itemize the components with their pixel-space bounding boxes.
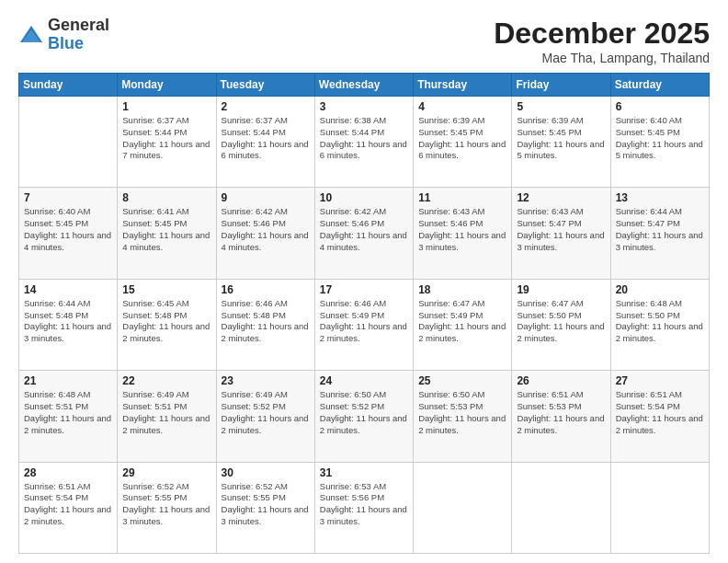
logo-general: General xyxy=(48,17,109,35)
day-number: 6 xyxy=(616,100,704,113)
day-number: 8 xyxy=(122,191,210,204)
day-cell: 9Sunrise: 6:42 AM Sunset: 5:46 PM Daylig… xyxy=(216,188,314,279)
day-cell xyxy=(19,97,118,188)
day-number: 29 xyxy=(122,466,210,479)
day-info: Sunrise: 6:52 AM Sunset: 5:55 PM Dayligh… xyxy=(122,481,210,528)
week-row-1: 1Sunrise: 6:37 AM Sunset: 5:44 PM Daylig… xyxy=(19,97,710,188)
week-row-4: 21Sunrise: 6:48 AM Sunset: 5:51 PM Dayli… xyxy=(19,371,710,462)
day-info: Sunrise: 6:49 AM Sunset: 5:51 PM Dayligh… xyxy=(122,389,210,436)
day-number: 2 xyxy=(222,100,310,113)
logo-icon xyxy=(18,22,44,48)
day-info: Sunrise: 6:37 AM Sunset: 5:44 PM Dayligh… xyxy=(222,115,310,162)
day-number: 12 xyxy=(517,191,605,204)
day-number: 21 xyxy=(24,374,112,387)
logo: General Blue xyxy=(18,17,109,53)
logo-blue: Blue xyxy=(48,35,109,53)
day-cell: 18Sunrise: 6:47 AM Sunset: 5:49 PM Dayli… xyxy=(414,279,512,370)
day-info: Sunrise: 6:42 AM Sunset: 5:46 PM Dayligh… xyxy=(320,206,408,253)
day-cell: 30Sunrise: 6:52 AM Sunset: 5:55 PM Dayli… xyxy=(216,462,314,553)
day-cell: 20Sunrise: 6:48 AM Sunset: 5:50 PM Dayli… xyxy=(610,279,709,370)
logo-text: General Blue xyxy=(48,17,109,53)
day-cell: 17Sunrise: 6:46 AM Sunset: 5:49 PM Dayli… xyxy=(314,279,413,370)
day-cell: 27Sunrise: 6:51 AM Sunset: 5:54 PM Dayli… xyxy=(610,371,709,462)
day-cell: 5Sunrise: 6:39 AM Sunset: 5:45 PM Daylig… xyxy=(512,97,610,188)
week-row-2: 7Sunrise: 6:40 AM Sunset: 5:45 PM Daylig… xyxy=(19,188,710,279)
day-info: Sunrise: 6:51 AM Sunset: 5:54 PM Dayligh… xyxy=(24,481,112,528)
day-info: Sunrise: 6:39 AM Sunset: 5:45 PM Dayligh… xyxy=(418,115,506,162)
day-number: 9 xyxy=(222,191,310,204)
day-info: Sunrise: 6:40 AM Sunset: 5:45 PM Dayligh… xyxy=(616,115,704,162)
day-cell: 31Sunrise: 6:53 AM Sunset: 5:56 PM Dayli… xyxy=(314,462,413,553)
col-header-monday: Monday xyxy=(118,74,216,97)
day-number: 28 xyxy=(24,466,112,479)
day-info: Sunrise: 6:52 AM Sunset: 5:55 PM Dayligh… xyxy=(222,481,310,528)
col-header-sunday: Sunday xyxy=(19,74,118,97)
day-number: 15 xyxy=(122,283,210,296)
day-number: 20 xyxy=(616,283,704,296)
day-cell: 16Sunrise: 6:46 AM Sunset: 5:48 PM Dayli… xyxy=(216,279,314,370)
day-cell: 29Sunrise: 6:52 AM Sunset: 5:55 PM Dayli… xyxy=(118,462,216,553)
col-header-wednesday: Wednesday xyxy=(314,74,413,97)
day-info: Sunrise: 6:53 AM Sunset: 5:56 PM Dayligh… xyxy=(320,481,408,528)
day-number: 25 xyxy=(418,374,506,387)
day-info: Sunrise: 6:46 AM Sunset: 5:48 PM Dayligh… xyxy=(222,298,310,345)
day-number: 17 xyxy=(320,283,408,296)
col-header-tuesday: Tuesday xyxy=(216,74,314,97)
day-info: Sunrise: 6:51 AM Sunset: 5:53 PM Dayligh… xyxy=(517,389,605,436)
day-cell: 28Sunrise: 6:51 AM Sunset: 5:54 PM Dayli… xyxy=(19,462,118,553)
calendar-table: SundayMondayTuesdayWednesdayThursdayFrid… xyxy=(18,73,710,554)
day-info: Sunrise: 6:44 AM Sunset: 5:48 PM Dayligh… xyxy=(24,298,112,345)
day-cell xyxy=(610,462,709,553)
col-header-thursday: Thursday xyxy=(414,74,512,97)
day-cell: 26Sunrise: 6:51 AM Sunset: 5:53 PM Dayli… xyxy=(512,371,610,462)
day-cell: 3Sunrise: 6:38 AM Sunset: 5:44 PM Daylig… xyxy=(314,97,413,188)
header-row: SundayMondayTuesdayWednesdayThursdayFrid… xyxy=(19,74,710,97)
day-number: 24 xyxy=(320,374,408,387)
day-number: 22 xyxy=(122,374,210,387)
day-cell xyxy=(414,462,512,553)
day-number: 7 xyxy=(24,191,112,204)
day-number: 10 xyxy=(320,191,408,204)
day-info: Sunrise: 6:42 AM Sunset: 5:46 PM Dayligh… xyxy=(222,206,310,253)
day-info: Sunrise: 6:44 AM Sunset: 5:47 PM Dayligh… xyxy=(616,206,704,253)
col-header-friday: Friday xyxy=(512,74,610,97)
day-info: Sunrise: 6:40 AM Sunset: 5:45 PM Dayligh… xyxy=(24,206,112,253)
title-location: Mae Tha, Lampang, Thailand xyxy=(494,51,710,65)
day-cell: 13Sunrise: 6:44 AM Sunset: 5:47 PM Dayli… xyxy=(610,188,709,279)
week-row-5: 28Sunrise: 6:51 AM Sunset: 5:54 PM Dayli… xyxy=(19,462,710,553)
page: General Blue December 2025 Mae Tha, Lamp… xyxy=(0,0,728,563)
day-info: Sunrise: 6:49 AM Sunset: 5:52 PM Dayligh… xyxy=(222,389,310,436)
day-info: Sunrise: 6:37 AM Sunset: 5:44 PM Dayligh… xyxy=(122,115,210,162)
day-number: 26 xyxy=(517,374,605,387)
day-info: Sunrise: 6:45 AM Sunset: 5:48 PM Dayligh… xyxy=(122,298,210,345)
day-info: Sunrise: 6:43 AM Sunset: 5:47 PM Dayligh… xyxy=(517,206,605,253)
day-cell: 6Sunrise: 6:40 AM Sunset: 5:45 PM Daylig… xyxy=(610,97,709,188)
day-info: Sunrise: 6:39 AM Sunset: 5:45 PM Dayligh… xyxy=(517,115,605,162)
day-info: Sunrise: 6:51 AM Sunset: 5:54 PM Dayligh… xyxy=(616,389,704,436)
day-cell: 25Sunrise: 6:50 AM Sunset: 5:53 PM Dayli… xyxy=(414,371,512,462)
day-number: 14 xyxy=(24,283,112,296)
header: General Blue December 2025 Mae Tha, Lamp… xyxy=(18,17,710,65)
day-info: Sunrise: 6:47 AM Sunset: 5:49 PM Dayligh… xyxy=(418,298,506,345)
day-number: 31 xyxy=(320,466,408,479)
day-cell: 21Sunrise: 6:48 AM Sunset: 5:51 PM Dayli… xyxy=(19,371,118,462)
day-cell: 11Sunrise: 6:43 AM Sunset: 5:46 PM Dayli… xyxy=(414,188,512,279)
day-cell: 7Sunrise: 6:40 AM Sunset: 5:45 PM Daylig… xyxy=(19,188,118,279)
day-info: Sunrise: 6:50 AM Sunset: 5:53 PM Dayligh… xyxy=(418,389,506,436)
day-number: 23 xyxy=(222,374,310,387)
day-info: Sunrise: 6:38 AM Sunset: 5:44 PM Dayligh… xyxy=(320,115,408,162)
title-block: December 2025 Mae Tha, Lampang, Thailand xyxy=(494,17,710,65)
day-cell: 1Sunrise: 6:37 AM Sunset: 5:44 PM Daylig… xyxy=(118,97,216,188)
day-cell: 8Sunrise: 6:41 AM Sunset: 5:45 PM Daylig… xyxy=(118,188,216,279)
day-cell: 2Sunrise: 6:37 AM Sunset: 5:44 PM Daylig… xyxy=(216,97,314,188)
day-cell: 4Sunrise: 6:39 AM Sunset: 5:45 PM Daylig… xyxy=(414,97,512,188)
day-number: 5 xyxy=(517,100,605,113)
day-number: 30 xyxy=(222,466,310,479)
day-number: 4 xyxy=(418,100,506,113)
day-number: 18 xyxy=(418,283,506,296)
day-info: Sunrise: 6:48 AM Sunset: 5:51 PM Dayligh… xyxy=(24,389,112,436)
day-cell xyxy=(512,462,610,553)
day-cell: 19Sunrise: 6:47 AM Sunset: 5:50 PM Dayli… xyxy=(512,279,610,370)
col-header-saturday: Saturday xyxy=(610,74,709,97)
day-cell: 14Sunrise: 6:44 AM Sunset: 5:48 PM Dayli… xyxy=(19,279,118,370)
